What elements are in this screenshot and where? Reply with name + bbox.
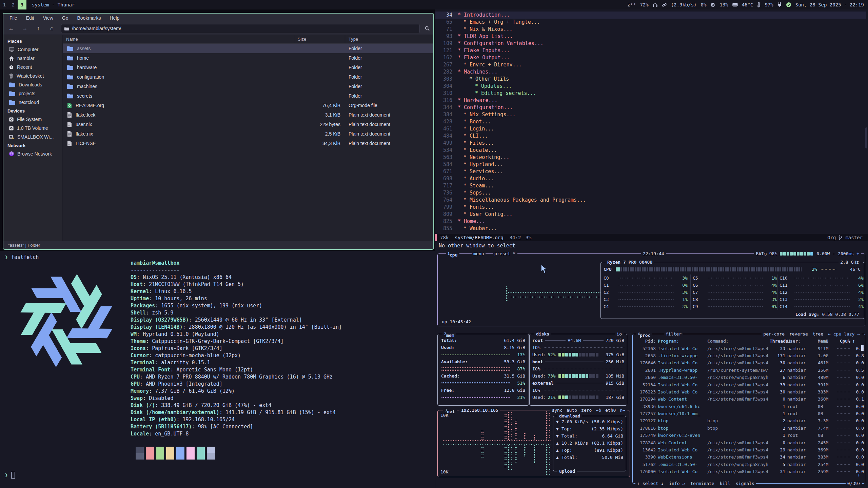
process-row[interactable]: 176646Isolated Web Co/nix/store/sm8fmrf3… xyxy=(633,359,865,366)
org-heading-line[interactable]: 799* Fonts... xyxy=(435,204,866,211)
file-row-assets[interactable]: assetsFolder xyxy=(63,44,433,53)
org-heading-line[interactable]: 428* Boot... xyxy=(435,118,866,125)
org-heading-line[interactable]: 764* Miscellaneous Packages and Programs… xyxy=(435,197,866,204)
column-header-size[interactable]: Size xyxy=(294,35,345,43)
proc-header-memb[interactable]: MemB xyxy=(818,338,835,345)
process-row[interactable]: 13642Isolated Web Co/nix/store/sm8fmrf3w… xyxy=(633,446,865,453)
org-heading-line[interactable]: 310* Editing secrets... xyxy=(435,90,866,97)
menu-help[interactable]: Help xyxy=(110,15,120,21)
proc-header-program[interactable]: Program: xyxy=(658,338,705,345)
org-heading-line[interactable]: 316* Hardware... xyxy=(435,97,866,104)
sidebar-item-computer[interactable]: Computer xyxy=(3,45,62,54)
org-heading-line[interactable]: 584* Hyprland... xyxy=(435,161,866,168)
new-prompt[interactable]: ❯ xyxy=(5,472,15,479)
org-heading-line[interactable]: 825* Home... xyxy=(435,218,866,225)
org-heading-line[interactable]: 809* User Config... xyxy=(435,211,866,218)
sidebar-item-browse-network[interactable]: Browse Network xyxy=(3,149,62,158)
sidebar-item-recent[interactable]: Recent xyxy=(3,63,62,72)
forward-button[interactable]: → xyxy=(20,25,29,32)
process-row[interactable]: 52368Isolated Web Co/nix/store/sm8fmrf3w… xyxy=(633,345,865,352)
org-heading-line[interactable]: 344* Configuration... xyxy=(435,104,866,111)
process-row[interactable]: 178248Web Content/nix/store/sm8fmrf3wps4… xyxy=(633,439,865,446)
net-button-n[interactable]: n→ xyxy=(620,407,625,414)
org-heading-line[interactable]: 303* Other Utils xyxy=(435,76,866,83)
column-header-name[interactable]: Name xyxy=(63,35,294,43)
home-button[interactable]: ⌂ xyxy=(47,25,56,32)
proc-filter-button[interactable]: filter xyxy=(664,330,683,338)
sidebar-item-nextcloud[interactable]: nextcloud xyxy=(3,98,62,107)
file-row-configuration[interactable]: configurationFolder xyxy=(63,72,433,82)
org-heading-line[interactable]: 855* Waubar... xyxy=(435,225,866,232)
proc-button-per-core[interactable]: per-core xyxy=(763,330,785,338)
proc-action-info[interactable]: info ↵ xyxy=(669,480,685,487)
proc-header-user[interactable]: User: xyxy=(787,338,816,345)
org-heading-line[interactable]: 34* Introduction... xyxy=(435,12,866,19)
org-heading-line[interactable]: 736* Sops... xyxy=(435,189,866,197)
file-row-flake-lock[interactable]: flake.lock3,1 KiBPlain text document xyxy=(63,110,433,120)
process-row[interactable]: 38936kworker/u64:6-kc1root0B0.0 xyxy=(633,403,865,410)
org-heading-line[interactable]: 267* Envrc + Direnv... xyxy=(435,61,866,68)
org-heading-line[interactable]: 121* Flake Inputs... xyxy=(435,47,866,54)
file-row-machines[interactable]: machinesFolder xyxy=(63,82,433,91)
file-row-user-nix[interactable]: user.nix229 bytesPlain text document xyxy=(63,120,433,129)
net-button-b[interactable]: ←b xyxy=(596,407,601,414)
menu-file[interactable]: File xyxy=(9,15,17,21)
proc-header-threads[interactable]: Threads: xyxy=(770,338,785,345)
process-row[interactable]: 178616btopbtop2nambiar7.4M0.0 xyxy=(633,425,865,432)
menu-view[interactable]: View xyxy=(43,15,53,21)
org-heading-line[interactable]: 534* Locale... xyxy=(435,147,866,154)
org-heading-line[interactable]: 65* Emacs + Org + Tangle... xyxy=(435,19,866,26)
cpu-button-menu[interactable]: menu xyxy=(472,250,486,257)
sidebar-item-file-system[interactable]: File System xyxy=(3,115,62,124)
process-row[interactable]: 179127btopbtop2nambiar7.3M0.0 xyxy=(633,417,865,424)
file-row-readme-org[interactable]: README.org76,4 KiBOrg-mode file xyxy=(63,101,433,110)
org-heading-line[interactable]: 499* Files... xyxy=(435,140,866,147)
proc-button-tree[interactable]: tree xyxy=(813,330,823,338)
io-mode-button[interactable]: io xyxy=(615,330,624,338)
org-heading-line[interactable]: 109* Configuration Variables... xyxy=(435,40,866,47)
proc-button-reverse[interactable]: reverse xyxy=(789,330,808,338)
sidebar-item-nambiar[interactable]: nambiar xyxy=(3,54,62,63)
sidebar-item-wastebasket[interactable]: Wastebasket xyxy=(3,72,62,80)
org-heading-line[interactable]: 384* Nix Settings... xyxy=(435,111,866,118)
proc-header-command[interactable]: Command: xyxy=(707,338,768,345)
net-button-eth0[interactable]: eth0 xyxy=(605,407,616,414)
org-heading-line[interactable]: 93* TLDR App List... xyxy=(435,33,866,40)
file-row-home[interactable]: homeFolder xyxy=(63,53,433,63)
proc-action-terminate[interactable]: terminate xyxy=(690,480,714,487)
org-heading-line[interactable]: 71* Nix & Nixos... xyxy=(435,26,866,33)
org-heading-line[interactable]: 484* CLI... xyxy=(435,133,866,140)
org-heading-line[interactable]: 563* Networking... xyxy=(435,154,866,161)
process-row[interactable]: 177257kworker/10:1-mm_1root0B0.0 xyxy=(633,410,865,417)
proc-button-cpu-lazy[interactable]: ← cpu lazy → xyxy=(828,330,860,338)
process-row[interactable]: 52134Isolated Web Co/nix/store/sm8fmrf3w… xyxy=(633,381,865,388)
menu-edit[interactable]: Edit xyxy=(26,15,34,21)
sidebar-item-1-0-tb-volume[interactable]: 1,0 TB Volume xyxy=(3,124,62,133)
sidebar-item-projects[interactable]: projects xyxy=(3,89,62,98)
file-row-hardware[interactable]: hardwareFolder xyxy=(63,63,433,72)
process-row[interactable]: 178294Web Content/nix/store/sm8fmrf3wps4… xyxy=(633,395,865,403)
org-heading-line[interactable]: 671* Services... xyxy=(435,168,866,175)
process-row[interactable]: 2658.firefox-wrappe/nix/store/sm8fmrf3wp… xyxy=(633,352,865,359)
org-heading-line[interactable]: 162* Flake Output... xyxy=(435,54,866,61)
file-row-license[interactable]: LICENSE34,3 KiBPlain text document xyxy=(63,139,433,148)
workspace-button-1[interactable]: 1 xyxy=(0,0,9,9)
workspace-button-2[interactable]: 2 xyxy=(9,0,18,9)
process-row[interactable]: 175749kworker/6:2-even1root0B0.0 xyxy=(633,432,865,439)
path-bar[interactable]: /home/nambiar/system/ xyxy=(61,24,420,33)
column-header-type[interactable]: Type xyxy=(345,35,433,43)
net-button-zero[interactable]: zero xyxy=(581,407,592,414)
file-row-flake-nix[interactable]: flake.nix2,5 KiBPlain text document xyxy=(63,129,433,139)
scrollbar-thumb[interactable] xyxy=(865,127,867,148)
process-row[interactable]: 3390WebExtensions/nix/store/sm8fmrf3wps4… xyxy=(633,453,865,461)
proc-action-kill[interactable]: kill xyxy=(720,480,730,487)
sidebar-item-smallbox-wi[interactable]: SMALLBOX Wi... xyxy=(3,133,62,141)
process-row[interactable]: 176223Isolated Web Co/nix/store/sm8fmrf3… xyxy=(633,388,865,395)
org-heading-line[interactable]: 304* Updates... xyxy=(435,83,866,90)
process-row[interactable]: 2660.emacs-31.0.50-/nix/store/wnqz5pa8ra… xyxy=(633,374,865,381)
menu-go[interactable]: Go xyxy=(62,15,68,21)
proc-scrollbar-thumb[interactable] xyxy=(861,345,864,351)
proc-action-signals[interactable]: signals xyxy=(736,480,754,487)
menu-bookmarks[interactable]: Bookmarks xyxy=(77,15,101,21)
org-heading-line[interactable]: 717* Steam... xyxy=(435,182,866,189)
